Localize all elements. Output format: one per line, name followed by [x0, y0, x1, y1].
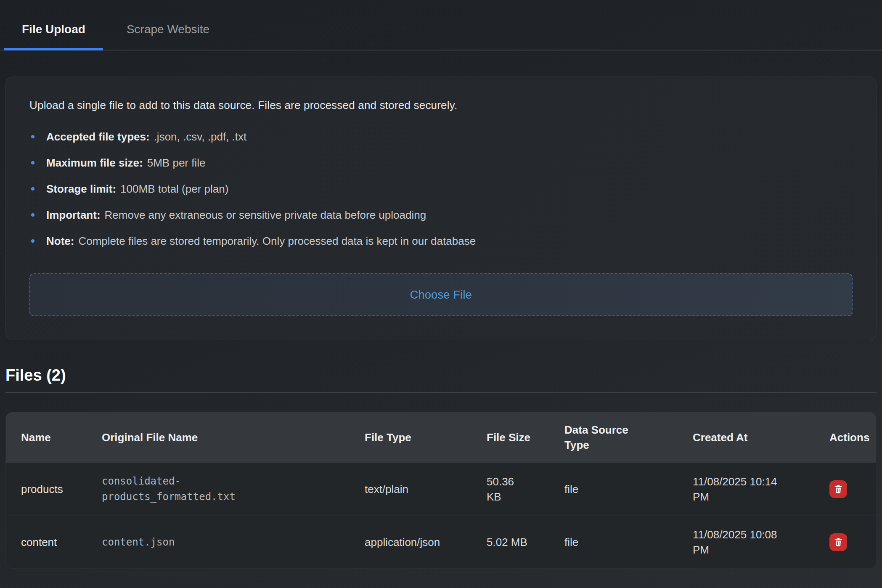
- files-table: Name Original File Name File Type File S…: [5, 412, 877, 569]
- tab-scrape-website[interactable]: Scrape Website: [109, 23, 227, 50]
- rule-text: 5MB per file: [147, 156, 206, 169]
- table-row: content content.json application/json 5.…: [6, 516, 876, 568]
- data-source-type: file: [549, 535, 678, 550]
- upload-tabs: File Upload Scrape Website: [0, 0, 882, 50]
- delete-file-button[interactable]: [829, 480, 847, 498]
- list-item: Important:Remove any extraneous or sensi…: [29, 207, 853, 223]
- file-type: text/plain: [350, 482, 471, 497]
- bullet-dot-icon: [31, 135, 34, 138]
- list-item: Storage limit:100MB total (per plan): [29, 181, 853, 197]
- table-header-row: Name Original File Name File Type File S…: [6, 412, 876, 463]
- created-at: 11/08/2025 10:08 PM: [678, 527, 814, 557]
- column-header-actions: Actions: [814, 430, 876, 445]
- trash-icon: [833, 537, 843, 547]
- file-name: content: [6, 535, 87, 550]
- file-size: 5.02 MB: [471, 535, 549, 550]
- rule-label: Maximum file size:: [46, 156, 143, 169]
- bullet-dot-icon: [31, 161, 34, 164]
- rule-label: Note:: [46, 235, 74, 247]
- column-header-name: Name: [6, 430, 87, 445]
- choose-file-label: Choose File: [410, 289, 472, 302]
- section-divider: [5, 392, 877, 393]
- list-item: Maximum file size:5MB per file: [29, 155, 853, 171]
- data-source-type: file: [549, 482, 678, 497]
- list-item: Accepted file types:.json, .csv, .pdf, .…: [29, 129, 853, 145]
- rule-text: .json, .csv, .pdf, .txt: [154, 130, 247, 143]
- tab-file-upload[interactable]: File Upload: [4, 23, 103, 50]
- delete-file-button[interactable]: [829, 533, 847, 551]
- rule-text: Remove any extraneous or sensitive priva…: [105, 209, 426, 221]
- bullet-dot-icon: [31, 187, 34, 191]
- table-row: products consolidated-products_formatted…: [6, 463, 876, 516]
- column-header-data-source-type: Data Source Type: [549, 422, 678, 453]
- upload-panel: Upload a single file to add to this data…: [5, 77, 877, 340]
- file-type: application/json: [350, 535, 471, 550]
- upload-intro-text: Upload a single file to add to this data…: [29, 99, 853, 112]
- choose-file-button[interactable]: Choose File: [29, 273, 853, 316]
- column-header-file-type: File Type: [350, 430, 471, 445]
- original-file-name: content.json: [87, 534, 350, 550]
- column-header-original-file-name: Original File Name: [87, 430, 350, 445]
- upload-rules-list: Accepted file types:.json, .csv, .pdf, .…: [29, 129, 853, 249]
- bullet-dot-icon: [31, 213, 34, 217]
- file-size: 50.36 KB: [471, 474, 549, 504]
- trash-icon: [833, 484, 843, 494]
- file-name: products: [6, 482, 87, 497]
- rule-label: Storage limit:: [46, 183, 116, 195]
- rule-text: Complete files are stored temporarily. O…: [78, 235, 476, 247]
- created-at: 11/08/2025 10:14 PM: [678, 474, 814, 504]
- original-file-name: consolidated-products_formatted.txt: [87, 474, 350, 505]
- list-item: Note:Complete files are stored temporari…: [29, 233, 853, 249]
- column-header-file-size: File Size: [471, 430, 549, 445]
- bullet-dot-icon: [31, 239, 34, 243]
- rule-label: Accepted file types:: [46, 130, 150, 143]
- page: File Upload Scrape Website Upload a sing…: [0, 0, 882, 588]
- rule-label: Important:: [46, 209, 101, 221]
- files-heading: Files (2): [5, 366, 877, 384]
- rule-text: 100MB total (per plan): [120, 183, 228, 195]
- column-header-created-at: Created At: [678, 430, 814, 445]
